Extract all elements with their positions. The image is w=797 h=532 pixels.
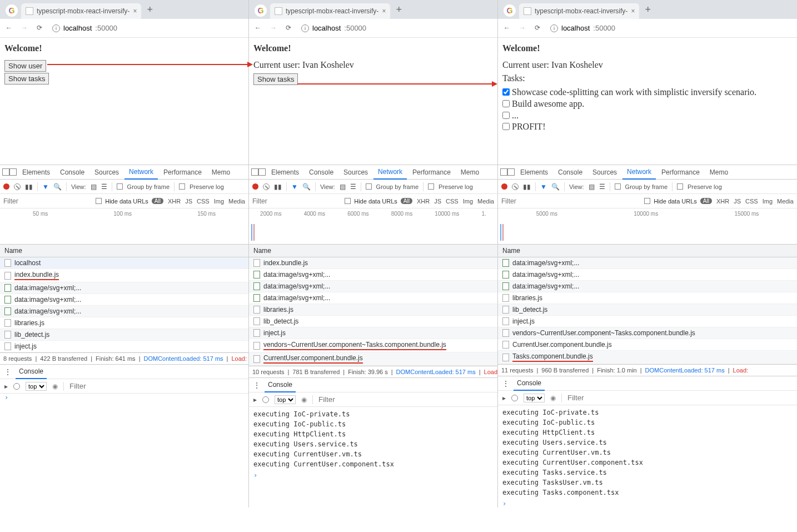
filter-all[interactable]: All <box>700 198 712 204</box>
network-name-header[interactable]: Name <box>0 245 248 257</box>
view-small-icon[interactable]: ☰ <box>101 183 107 191</box>
back-icon[interactable]: ← <box>504 24 512 33</box>
network-row[interactable]: localhost <box>0 257 248 269</box>
filter-type-js[interactable]: JS <box>434 198 441 205</box>
network-timeline[interactable]: 50 ms100 ms150 ms <box>0 208 248 245</box>
network-name-header[interactable]: Name <box>249 245 497 257</box>
devtools-tab-elements[interactable]: Elements <box>267 165 303 180</box>
hide-urls-checkbox[interactable] <box>96 198 102 204</box>
filter-type-xhr[interactable]: XHR <box>168 198 181 205</box>
group-checkbox[interactable] <box>615 183 621 190</box>
task-checkbox[interactable] <box>502 123 510 130</box>
network-row[interactable]: libraries.js <box>249 304 497 316</box>
record-icon[interactable] <box>252 183 258 190</box>
clear-console-icon[interactable] <box>13 383 20 390</box>
browser-tab[interactable]: typescript-mobx-react-inversify-× <box>270 3 390 19</box>
task-item[interactable]: ... <box>502 110 793 122</box>
filter-type-xhr[interactable]: XHR <box>716 198 729 205</box>
network-row[interactable]: vendors~CurrentUser.component~Tasks.comp… <box>498 327 797 339</box>
reload-icon[interactable]: ⟳ <box>535 24 544 33</box>
site-info-icon[interactable]: i <box>550 24 558 32</box>
view-small-icon[interactable]: ☰ <box>599 183 605 191</box>
filter-type-css[interactable]: CSS <box>197 198 210 205</box>
device-icon[interactable] <box>507 168 515 176</box>
task-item[interactable]: Build awesome app. <box>502 98 793 110</box>
network-row[interactable]: inject.js <box>249 327 497 339</box>
console-sidebar-icon[interactable]: ▸ <box>4 382 8 390</box>
filter-icon[interactable]: ▼ <box>291 183 298 191</box>
devtools-tab-memo[interactable]: Memo <box>456 165 484 180</box>
back-icon[interactable]: ← <box>6 24 14 33</box>
network-row[interactable]: index.bundle.js <box>249 257 497 269</box>
new-tab-button[interactable]: + <box>645 4 651 16</box>
devtools-tab-sources[interactable]: Sources <box>588 165 621 180</box>
close-tab-icon[interactable]: × <box>382 7 386 15</box>
device-icon[interactable] <box>9 168 17 176</box>
show-tasks-button[interactable]: Show tasks <box>4 73 49 84</box>
address-bar[interactable]: ilocalhost:50000 <box>301 24 366 32</box>
browser-tab[interactable]: typescript-mobx-react-inversify-× <box>519 3 639 19</box>
clear-console-icon[interactable] <box>511 395 518 401</box>
network-row[interactable]: lib_detect.js <box>498 304 797 316</box>
network-row[interactable]: inject.js <box>498 316 797 327</box>
devtools-tab-elements[interactable]: Elements <box>516 165 552 180</box>
site-info-icon[interactable]: i <box>301 24 309 32</box>
search-icon[interactable]: 🔍 <box>302 183 311 191</box>
show-user-button[interactable]: Show user <box>4 60 46 72</box>
clear-console-icon[interactable] <box>262 396 269 403</box>
network-timeline[interactable]: 5000 ms10000 ms15000 ms <box>498 208 797 245</box>
reload-icon[interactable]: ⟳ <box>37 24 46 33</box>
search-icon[interactable]: 🔍 <box>53 183 62 191</box>
console-context-select[interactable]: top <box>26 382 47 391</box>
record-icon[interactable] <box>501 183 507 190</box>
task-checkbox[interactable] <box>502 88 510 96</box>
network-row[interactable]: data:image/svg+xml;... <box>498 281 797 292</box>
back-icon[interactable]: ← <box>255 24 263 33</box>
console-sidebar-icon[interactable]: ▸ <box>502 394 506 402</box>
console-prompt[interactable]: › <box>498 500 797 508</box>
network-filter-input[interactable] <box>3 197 87 205</box>
filter-type-img[interactable]: Img <box>214 198 224 205</box>
network-row[interactable]: lib_detect.js <box>249 316 497 327</box>
devtools-tab-console[interactable]: Console <box>56 165 89 180</box>
task-item[interactable]: PROFIT! <box>502 121 793 133</box>
network-row[interactable]: lib_detect.js <box>0 329 248 341</box>
view-large-icon[interactable]: ▤ <box>340 183 346 191</box>
devtools-tab-elements[interactable]: Elements <box>18 165 54 180</box>
group-checkbox[interactable] <box>117 183 123 190</box>
filter-icon[interactable]: ▼ <box>540 183 547 191</box>
stop-icon[interactable] <box>14 183 21 190</box>
hide-urls-checkbox[interactable] <box>345 198 351 204</box>
record-icon[interactable] <box>3 183 9 190</box>
task-checkbox[interactable] <box>502 112 510 119</box>
preserve-checkbox[interactable] <box>428 183 434 190</box>
live-expr-icon[interactable]: ◉ <box>301 396 307 404</box>
filter-type-img[interactable]: Img <box>763 198 773 205</box>
devtools-tab-sources[interactable]: Sources <box>339 165 372 180</box>
camera-icon[interactable]: ▮▮ <box>274 183 282 191</box>
network-timeline[interactable]: 2000 ms4000 ms6000 ms8000 ms10000 ms1. <box>249 208 497 245</box>
inspect-icon[interactable] <box>251 168 258 176</box>
devtools-tab-performance[interactable]: Performance <box>159 165 206 180</box>
network-filter-input[interactable] <box>501 197 585 205</box>
network-row[interactable]: Tasks.component.bundle.js <box>498 351 797 364</box>
filter-type-img[interactable]: Img <box>463 198 473 205</box>
drawer-console-tab[interactable]: Console <box>16 365 47 379</box>
camera-icon[interactable]: ▮▮ <box>25 183 33 191</box>
devtools-tab-performance[interactable]: Performance <box>408 165 455 180</box>
live-expr-icon[interactable]: ◉ <box>52 382 58 390</box>
inspect-icon[interactable] <box>500 168 507 176</box>
drawer-console-tab[interactable]: Console <box>265 378 296 392</box>
network-row[interactable]: data:image/svg+xml;... <box>498 269 797 281</box>
devtools-tab-network[interactable]: Network <box>622 165 656 180</box>
devtools-tab-memo[interactable]: Memo <box>705 165 733 180</box>
network-filter-input[interactable] <box>252 197 336 205</box>
filter-type-media[interactable]: Media <box>228 198 245 205</box>
search-icon[interactable]: 🔍 <box>551 183 560 191</box>
stop-icon[interactable] <box>263 183 270 190</box>
close-tab-icon[interactable]: × <box>133 7 137 15</box>
filter-type-css[interactable]: CSS <box>745 198 758 205</box>
new-tab-button[interactable]: + <box>147 4 153 16</box>
network-row[interactable]: libraries.js <box>0 317 248 329</box>
task-checkbox[interactable] <box>502 100 510 107</box>
